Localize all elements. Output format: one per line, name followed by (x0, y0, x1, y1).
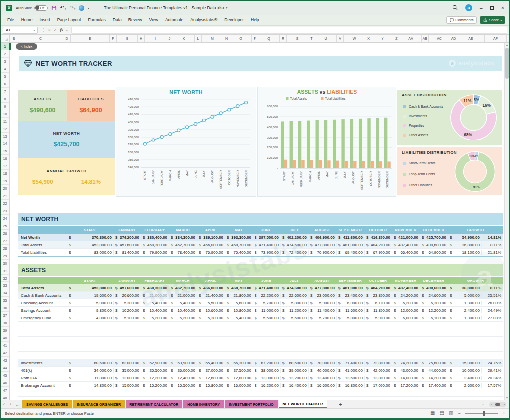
currency-cell[interactable]: $ (364, 235, 371, 240)
value-cell[interactable]: 66,300.00 (231, 361, 253, 365)
currency-cell[interactable]: $ (448, 301, 454, 305)
value-cell[interactable]: 5,700.00 (259, 301, 280, 305)
growth-percent-cell[interactable]: 14.81% (481, 235, 503, 240)
column-header-AA[interactable]: AA (400, 35, 422, 42)
row-header-20[interactable]: 20 (1, 185, 9, 192)
value-cell[interactable]: 5,200.00 (175, 316, 197, 320)
currency-cell[interactable]: $ (253, 361, 259, 365)
value-cell[interactable]: 16,600.00 (315, 383, 336, 388)
currency-cell[interactable]: $ (113, 376, 120, 380)
currency-cell[interactable]: $ (448, 308, 454, 313)
growth-amount-cell[interactable]: 18,100.00 (454, 250, 481, 255)
currency-cell[interactable]: $ (420, 286, 426, 290)
value-cell[interactable]: 11,200.00 (287, 308, 308, 313)
value-cell[interactable]: 16,000.00 (231, 383, 253, 388)
row-header-32[interactable]: 32 (1, 275, 9, 282)
analysistabs-logo[interactable]: a (465, 4, 472, 11)
add-sheet-button[interactable]: + (335, 400, 346, 408)
value-cell[interactable]: 12,400.00 (175, 376, 197, 380)
value-cell[interactable]: 11,800.00 (73, 376, 113, 380)
value-cell[interactable]: 43,000.00 (398, 368, 420, 373)
currency-cell[interactable]: $ (420, 376, 426, 380)
currency-cell[interactable]: $ (113, 250, 120, 255)
value-cell[interactable]: 384,300.00 (175, 235, 197, 240)
value-cell[interactable]: 83,000.00 (73, 250, 113, 255)
scroll-down-arrow[interactable]: ▼ (505, 396, 509, 399)
page-layout-view-icon[interactable]: ▤ (440, 411, 444, 416)
value-cell[interactable]: 6,200.00 (398, 301, 420, 305)
row-header-44[interactable]: 44 (1, 364, 9, 372)
ribbon-tab-page-layout[interactable]: Page Layout (54, 15, 85, 25)
currency-cell[interactable]: $ (308, 250, 315, 255)
value-cell[interactable]: 81,400.00 (120, 250, 141, 255)
zoom-slider-thumb[interactable] (483, 411, 485, 416)
currency-cell[interactable]: $ (113, 293, 120, 298)
currency-cell[interactable]: $ (336, 235, 343, 240)
currency-cell[interactable]: $ (448, 243, 454, 247)
table-row[interactable]: Savings Account$9,800.00$10,200.00$10,40… (18, 307, 503, 314)
sheet-list-ellipsis[interactable]: … (14, 400, 22, 408)
column-header-F[interactable]: F (110, 35, 117, 42)
currency-cell[interactable]: $ (141, 316, 147, 320)
prev-sheet-arrow[interactable]: ‹ (1, 400, 7, 408)
value-cell[interactable]: 75,400.00 (231, 250, 253, 255)
column-header-C[interactable]: C (18, 35, 63, 42)
growth-percent-cell[interactable]: 21.81% (481, 250, 503, 255)
value-cell[interactable]: 5,900.00 (371, 316, 392, 320)
value-cell[interactable]: 70,000.00 (315, 361, 336, 365)
sheet-tab-savings-challenges[interactable]: SAVINGS CHALLENGES (22, 400, 72, 408)
row-header-22[interactable]: 22 (1, 200, 9, 207)
column-header-U[interactable]: U (315, 35, 337, 42)
currency-cell[interactable]: $ (392, 243, 398, 247)
row-header-18[interactable]: 18 (1, 170, 9, 177)
currency-cell[interactable]: $ (280, 250, 287, 255)
value-cell[interactable]: 42,000.00 (371, 368, 392, 373)
value-cell[interactable]: 38,000.00 (259, 368, 280, 373)
table-row[interactable]: Net Worth$370,800.00$376,200.00$380,400.… (18, 234, 503, 241)
currency-cell[interactable]: $ (308, 368, 315, 373)
value-cell[interactable]: 397,500.00 (259, 235, 280, 240)
column-header-N[interactable]: N (223, 35, 230, 42)
value-cell[interactable]: 457,600.00 (120, 243, 141, 247)
table-row[interactable]: Checking Account$5,000.00$5,300.00$5,400… (18, 299, 503, 307)
currency-cell[interactable]: $ (253, 301, 259, 305)
value-cell[interactable]: 23,800.00 (371, 293, 392, 298)
currency-cell[interactable]: $ (169, 243, 175, 247)
value-cell[interactable]: 5,000.00 (73, 301, 113, 305)
currency-cell[interactable]: $ (280, 383, 287, 388)
currency-cell[interactable]: $ (197, 368, 203, 373)
cancel-entry-icon[interactable]: × (48, 28, 51, 32)
currency-cell[interactable]: $ (253, 243, 259, 247)
currency-cell[interactable]: $ (336, 383, 343, 388)
row-header-11[interactable]: 11 (1, 118, 9, 125)
currency-cell[interactable]: $ (67, 250, 73, 255)
liabilities-distribution-chart[interactable]: LIABILITIES DISTRIBUTION Short-Term Debt… (397, 147, 502, 195)
value-cell[interactable]: 457,600.00 (120, 286, 141, 290)
currency-cell[interactable]: $ (197, 235, 203, 240)
value-cell[interactable]: 5,400.00 (175, 301, 197, 305)
hscroll-thumb[interactable] (495, 403, 500, 406)
value-cell[interactable]: 406,900.00 (315, 235, 336, 240)
row-header-40[interactable]: 40 (1, 334, 9, 342)
currency-cell[interactable]: $ (253, 308, 259, 313)
value-cell[interactable]: 15,500.00 (175, 383, 197, 388)
value-cell[interactable]: 40,000.00 (315, 368, 336, 373)
value-cell[interactable]: 15,800.00 (203, 383, 225, 388)
value-cell[interactable]: 5,600.00 (287, 316, 308, 320)
value-cell[interactable]: 71,400.00 (343, 361, 364, 365)
document-title[interactable]: The Ultimate Personal Finance Templates … (104, 5, 227, 10)
column-header-Q[interactable]: Q (258, 35, 280, 42)
value-cell[interactable]: 393,300.00 (231, 235, 253, 240)
value-cell[interactable]: 487,400.00 (398, 243, 420, 247)
value-cell[interactable]: 5,600.00 (231, 301, 253, 305)
row-header-2[interactable]: 2 (1, 50, 9, 58)
currency-cell[interactable]: $ (141, 250, 147, 255)
scroll-right-icon[interactable]: › (504, 403, 505, 406)
tab-options-icon[interactable]: ⋮ (481, 402, 485, 407)
scroll-up-arrow[interactable]: ▲ (505, 43, 509, 46)
column-header-AC[interactable]: AC (429, 35, 450, 42)
currency-cell[interactable]: $ (113, 286, 120, 290)
value-cell[interactable]: 462,700.00 (175, 286, 197, 290)
value-cell[interactable]: 72,400.00 (287, 250, 308, 255)
currency-cell[interactable]: $ (197, 301, 203, 305)
